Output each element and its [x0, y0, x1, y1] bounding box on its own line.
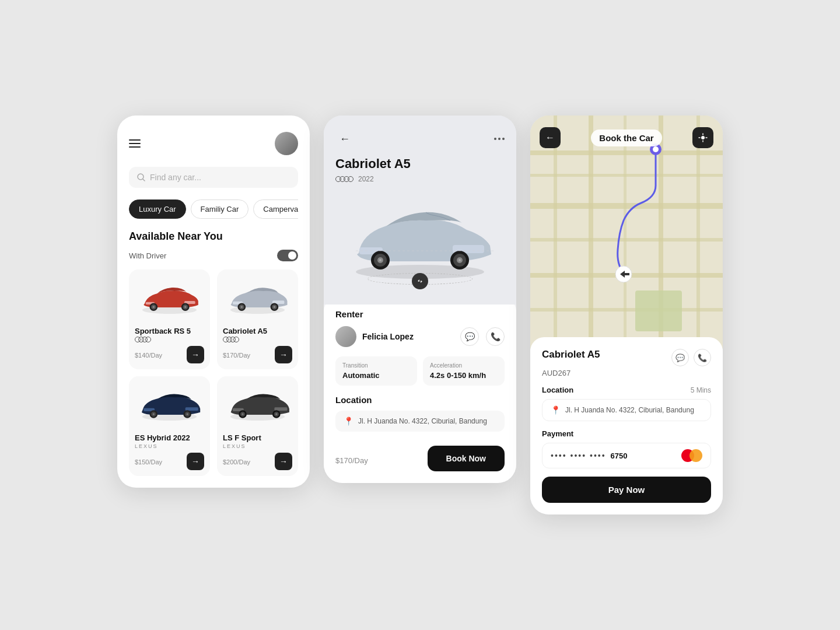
car-card-sportback[interactable]: Sportback RS 5 $140/Day →: [129, 270, 210, 369]
svg-point-64: [701, 136, 705, 139]
s3-price: AUD267: [542, 369, 711, 377]
search-bar[interactable]: Find any car...: [129, 167, 298, 188]
car-price-row-sportback: $140/Day →: [135, 346, 204, 363]
s3-payment-title: Payment: [542, 429, 711, 438]
s3-page-title: Book the Car: [591, 130, 662, 146]
screen-3: ← Book the Car Cabriolet A5 💬 📞 AUD: [530, 116, 723, 514]
car-card-cabriolet[interactable]: Cabriolet A5 $170/Day →: [217, 270, 298, 369]
car-card-lsfsport[interactable]: LS F Sport LEXUS $200/Day →: [217, 376, 298, 476]
car-arrow-btn-lsfsport[interactable]: →: [275, 453, 292, 470]
car-image-sportback: [135, 275, 204, 322]
screens-container: Find any car... Luxury Car Familiy Car C…: [94, 92, 746, 538]
book-now-button[interactable]: Book Now: [428, 446, 505, 471]
svg-point-47: [459, 259, 461, 261]
car-image-lsfsport: [223, 382, 292, 429]
svg-rect-60: [635, 290, 682, 331]
acceleration-value: 4.2s 0-150 km/h: [430, 371, 498, 380]
rotation-button[interactable]: [412, 273, 428, 289]
filter-tab-campervan[interactable]: Campervan: [253, 200, 298, 219]
filter-tab-luxury[interactable]: Luxury Car: [129, 200, 186, 219]
car-card-eshybrid[interactable]: ES Hybrid 2022 LEXUS $150/Day →: [129, 376, 210, 476]
car-price-eshybrid: $150/Day: [135, 457, 162, 466]
car-name-eshybrid: ES Hybrid 2022: [135, 433, 204, 442]
car-name-lsfsport: LS F Sport: [223, 433, 292, 442]
location-button[interactable]: [692, 127, 713, 148]
s3-back-button[interactable]: ←: [540, 127, 561, 148]
renter-section-title: Renter: [335, 309, 505, 319]
s3-location-time: 5 Mins: [691, 386, 711, 394]
back-button[interactable]: ←: [335, 130, 354, 148]
car-price-row-lsfsport: $200/Day →: [223, 453, 292, 470]
s2-content: Renter Felicia Lopez 💬 📞 Transition Auto…: [324, 298, 516, 483]
more-options-button[interactable]: [494, 138, 505, 140]
search-placeholder-text: Find any car...: [150, 173, 201, 182]
location-pin-icon: 📍: [344, 416, 354, 426]
more-dot-1: [494, 138, 496, 140]
s3-car-name: Cabriolet A5: [542, 349, 600, 360]
s2-car-name: Cabriolet A5: [335, 156, 505, 172]
s3-location-box: 📍 Jl. H Juanda No. 4322, Ciburial, Bandu…: [542, 399, 711, 421]
location-section-title: Location: [335, 395, 505, 405]
s3-card-header: Cabriolet A5 💬 📞: [542, 349, 711, 366]
car-image-cabriolet: [223, 275, 292, 322]
svg-rect-30: [274, 407, 287, 411]
car-brand-cabriolet: [223, 337, 292, 342]
car-name-cabriolet: Cabriolet A5: [223, 327, 292, 335]
mastercard-icon: [681, 449, 702, 462]
s2-top-area: ← Cabriolet A5 2022: [324, 116, 516, 304]
s3-payment-box[interactable]: •••• •••• •••• 6750: [542, 443, 711, 468]
hamburger-line-2: [129, 143, 141, 144]
s2-car-meta: 2022: [335, 175, 505, 183]
svg-point-24: [153, 414, 155, 415]
svg-point-18: [274, 306, 275, 308]
svg-point-6: [153, 306, 155, 308]
with-driver-label: With Driver: [129, 251, 166, 260]
filter-tab-family[interactable]: Familiy Car: [191, 200, 249, 219]
car-year: 2022: [358, 175, 374, 183]
filter-tabs: Luxury Car Familiy Car Campervan: [129, 200, 298, 219]
hamburger-menu-button[interactable]: [129, 139, 141, 148]
location-text: Jl. H Juanda No. 4322, Ciburial, Bandung: [358, 417, 487, 425]
map-svg: [530, 116, 723, 349]
car-price-cabriolet: $170/Day: [223, 351, 250, 359]
transition-label: Transition: [342, 362, 410, 369]
svg-point-15: [241, 306, 243, 308]
s3-booking-card: Cabriolet A5 💬 📞 AUD267 Location 5 Mins …: [530, 337, 723, 514]
s3-call-button[interactable]: 📞: [694, 349, 711, 366]
car-arrow-btn-eshybrid[interactable]: →: [187, 453, 204, 470]
price-display: $170/Day: [335, 450, 368, 467]
svg-rect-55: [554, 116, 557, 349]
svg-rect-59: [696, 116, 700, 349]
specs-row: Transition Automatic Acceleration 4.2s 0…: [335, 356, 505, 386]
renter-info: Felicia Lopez: [335, 326, 414, 347]
with-driver-toggle[interactable]: [277, 250, 298, 261]
location-box: 📍 Jl. H Juanda No. 4322, Ciburial, Bandu…: [335, 411, 505, 432]
car-main-image: [338, 202, 502, 284]
with-driver-row: With Driver: [129, 250, 298, 261]
car-brand-eshybrid: LEXUS: [135, 443, 204, 449]
user-avatar[interactable]: [275, 132, 298, 155]
s3-nav: ← Book the Car: [530, 127, 723, 148]
svg-point-43: [379, 259, 382, 261]
s3-location-label: Location 5 Mins: [542, 386, 711, 394]
car-price-row-cabriolet: $170/Day →: [223, 346, 292, 363]
car-arrow-btn-sportback[interactable]: →: [187, 346, 204, 363]
transition-value: Automatic: [342, 371, 410, 380]
more-dot-3: [502, 138, 505, 140]
svg-rect-57: [624, 116, 626, 349]
car-price-row-eshybrid: $150/Day →: [135, 453, 204, 470]
audi-ring-4: [348, 176, 354, 182]
audi-logo: [335, 176, 354, 182]
card-number: 6750: [611, 452, 628, 460]
call-button[interactable]: 📞: [486, 327, 505, 346]
car-arrow-btn-cabriolet[interactable]: →: [275, 346, 292, 363]
s2-nav: ←: [335, 130, 505, 148]
svg-point-9: [184, 306, 186, 308]
card-dots: •••• •••• ••••: [551, 451, 606, 460]
s3-chat-button[interactable]: 💬: [671, 349, 689, 366]
pay-now-button[interactable]: Pay Now: [542, 477, 711, 503]
svg-point-36: [275, 414, 277, 415]
chat-button[interactable]: 💬: [460, 327, 479, 346]
s3-location-title: Location: [542, 386, 573, 394]
svg-rect-56: [589, 116, 593, 349]
